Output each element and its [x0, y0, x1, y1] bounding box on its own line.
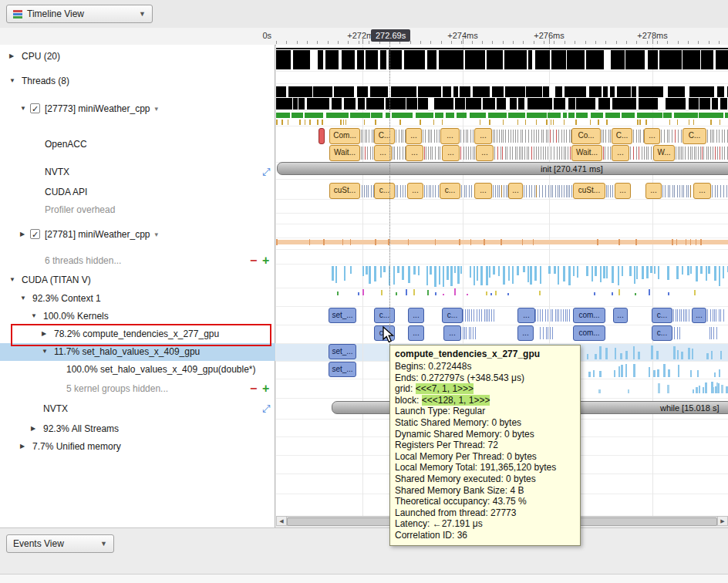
sidebar-item-kernels[interactable]: ▼100.0% Kernels [0, 308, 275, 325]
sidebar-item-cuda-device[interactable]: ▼CUDA (TITAN V) [0, 271, 275, 289]
cuda-api-row-block[interactable]: ... [407, 183, 423, 199]
visibility-checkbox[interactable]: ✓ [30, 103, 40, 113]
openacc-compute-row-block[interactable]: ... [644, 128, 660, 144]
sidebar-item-all-streams[interactable]: ▶92.3% All Streams [0, 420, 275, 438]
scroll-left-arrow-icon[interactable]: ◀ [277, 517, 287, 525]
sidebar-item-openacc-27773[interactable]: OpenACC [0, 136, 275, 153]
cuda-api-row-block[interactable]: c... [374, 183, 395, 199]
tree-collapse-arrow-icon[interactable]: ▼ [20, 295, 26, 302]
openacc-wait-row-block[interactable]: ... [406, 145, 423, 161]
compute-tendencies-row-block[interactable]: c... [652, 325, 672, 341]
cuda-api-row-block[interactable]: c... [440, 183, 460, 199]
tree-expand-arrow-icon[interactable]: ▶ [9, 53, 14, 59]
sidebar-item-nvtx-cuda[interactable]: NVTX⤢ [0, 400, 275, 418]
openacc-compute-row-block[interactable]: C... [374, 128, 395, 144]
openacc-compute-row-block[interactable]: Com... [329, 128, 360, 144]
tree-collapse-arrow-icon[interactable]: ▼ [9, 78, 15, 84]
openacc-compute-row-block[interactable]: ... [406, 128, 422, 144]
kernels-row-block[interactable]: com... [573, 308, 605, 323]
openacc-compute-row-block[interactable]: Co... [571, 128, 601, 144]
cuda-api-row-block[interactable]: ... [474, 183, 492, 199]
sidebar-item-context-1[interactable]: ▼92.3% Context 1 [0, 290, 275, 308]
events-view-dropdown[interactable]: Events View ▼ [6, 534, 114, 553]
scroll-right-arrow-icon[interactable]: ▶ [717, 517, 727, 525]
compute-tendencies-row-block[interactable]: ... [517, 325, 534, 341]
nvtx-init-range[interactable]: init [270.471 ms] [277, 162, 728, 175]
compute-tendencies-row-block[interactable]: ... [408, 325, 424, 341]
tree-expand-arrow-icon[interactable]: ▶ [42, 331, 46, 337]
cuda-api-row-block[interactable]: ... [508, 183, 523, 199]
show-rows-button[interactable]: + [262, 254, 269, 268]
set-halo-fn-row-block[interactable]: set_... [329, 362, 356, 377]
openacc-compute-row-block[interactable]: C... [612, 128, 632, 144]
sidebar-item-kernel-compute-tendencies[interactable]: ▶78.2% compute_tendencies_x_277_gpu [0, 325, 275, 343]
openacc-compute-row-block[interactable]: ... [474, 128, 492, 144]
activity-bar [276, 48, 728, 49]
kernels-row-block[interactable]: ... [517, 308, 535, 323]
openacc-wait-row-block[interactable]: Wait... [329, 145, 360, 161]
kernels-row-block[interactable]: set_... [329, 308, 356, 323]
openacc-wait-row-block[interactable]: W... [653, 145, 675, 161]
kernels-row-block[interactable]: ... [613, 308, 628, 323]
compute-tendencies-row-block[interactable]: ... [443, 325, 461, 341]
openacc-compute-row-block[interactable]: ... [440, 128, 460, 144]
tree-expand-arrow-icon[interactable]: ▶ [20, 231, 25, 238]
row-options-caret-icon[interactable]: ▾ [155, 105, 159, 113]
activity-bar [423, 130, 423, 143]
activity-bar [323, 239, 325, 245]
sidebar-item-proc-27773[interactable]: ▼✓[27773] miniWeather_cpp▾ [0, 100, 275, 118]
kernels-row-block[interactable]: ... [692, 308, 706, 323]
cuda-api-row-block[interactable]: ... [645, 183, 662, 199]
sidebar-item-threads-hidden[interactable]: 6 threads hidden...−+ [0, 252, 275, 270]
view-selector-dropdown[interactable]: Timeline View ▼ [6, 5, 153, 23]
activity-bar [551, 309, 551, 322]
openacc-wait-row-block[interactable]: Wait... [571, 145, 602, 161]
openacc-wait-row-block[interactable]: ... [442, 145, 460, 161]
cuda-api-row-block[interactable]: ... [615, 183, 631, 199]
hide-rows-button[interactable]: − [250, 254, 257, 268]
sidebar-item-kernel-set-halo-fn[interactable]: 100.0% set_halo_values_x_409_gpu(double*… [0, 361, 275, 379]
openacc-wait-row-block[interactable]: ... [612, 145, 629, 161]
kernels-row-block[interactable]: c... [652, 308, 672, 323]
sidebar-item-kernel-set-halo[interactable]: ▼11.7% set_halo_values_x_409_gpu [0, 343, 275, 361]
show-rows-button[interactable]: + [262, 382, 269, 396]
sidebar-item-cpu[interactable]: ▶CPU (20) [0, 48, 275, 66]
tree-collapse-arrow-icon[interactable]: ▼ [42, 349, 48, 355]
tree-collapse-arrow-icon[interactable]: ▼ [9, 277, 15, 283]
tree-collapse-arrow-icon[interactable]: ▼ [20, 106, 26, 112]
cuda-api-row-block[interactable]: cuSt... [573, 183, 605, 199]
sidebar-item-kernel-groups-hidden[interactable]: 5 kernel groups hidden...−+ [0, 380, 275, 398]
activity-bar [716, 50, 728, 69]
sidebar-item-profiler-overhead[interactable]: Profiler overhead [0, 201, 275, 219]
compute-tendencies-row-block[interactable]: com... [573, 325, 605, 341]
sidebar-item-cuda-api[interactable]: CUDA API [0, 184, 275, 201]
activity-bar [689, 120, 690, 125]
compute-tendencies-row-block[interactable]: c... [374, 325, 395, 341]
ruler-minor-tick [523, 41, 524, 44]
visibility-checkbox[interactable]: ✓ [30, 229, 40, 239]
activity-bar [568, 266, 571, 285]
expand-row-icon[interactable]: ⤢ [262, 403, 270, 415]
cuda-api-row-block[interactable]: ... [693, 183, 711, 199]
sidebar-item-nvtx-27773[interactable]: NVTX⤢ [0, 163, 275, 181]
kernels-row-block[interactable]: c... [442, 308, 463, 323]
row-options-caret-icon[interactable]: ▾ [155, 231, 159, 238]
tree-expand-arrow-icon[interactable]: ▶ [20, 443, 25, 450]
expand-row-icon[interactable]: ⤢ [262, 166, 270, 178]
sidebar-item-threads[interactable]: ▼Threads (8) [0, 72, 275, 90]
activity-bar [466, 147, 467, 160]
sidebar-item-unified-memory[interactable]: ▶7.7% Unified memory [0, 438, 275, 456]
hide-rows-button[interactable]: − [250, 382, 257, 396]
kernels-row-block[interactable]: c... [374, 308, 395, 323]
tree-collapse-arrow-icon[interactable]: ▼ [31, 313, 37, 319]
kernels-row-block[interactable]: ... [408, 308, 424, 323]
openacc-wait-row-block[interactable]: ... [476, 145, 494, 161]
tree-expand-arrow-icon[interactable]: ▶ [31, 426, 35, 432]
cuda-api-row-block[interactable]: cuSt... [329, 183, 360, 199]
activity-bar [521, 130, 521, 143]
timeline-ruler[interactable]: 0s 272.69s +272ms+274ms+276ms+278ms [0, 28, 728, 45]
openacc-compute-row-block[interactable]: C... [682, 128, 706, 144]
sidebar-item-proc-27781[interactable]: ▶✓[27781] miniWeather_cpp▾ [0, 226, 275, 244]
openacc-compute-row-block[interactable] [318, 128, 325, 144]
set-halo-row-block[interactable]: set_... [329, 344, 356, 359]
